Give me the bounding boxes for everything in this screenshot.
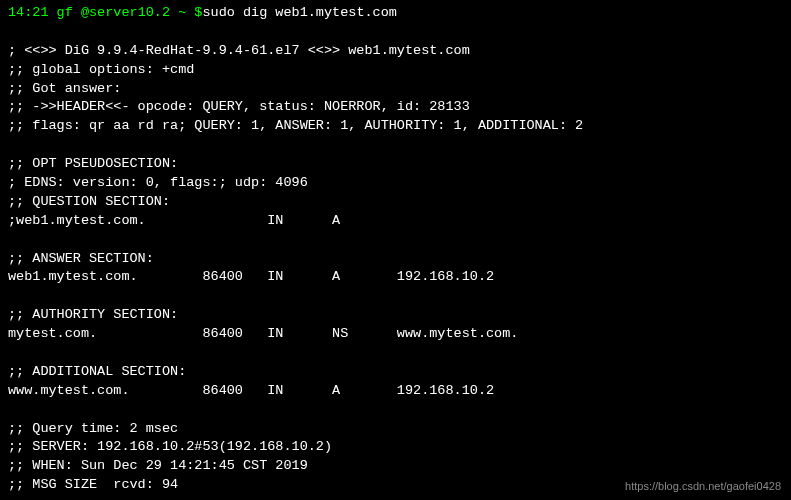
- output-line: www.mytest.com. 86400 IN A 192.168.10.2: [8, 382, 783, 401]
- output-line: ;; AUTHORITY SECTION:: [8, 306, 783, 325]
- blank-line: [8, 344, 783, 363]
- output-line: ;; OPT PSEUDOSECTION:: [8, 155, 783, 174]
- blank-line: [8, 231, 783, 250]
- output-line: ;; QUESTION SECTION:: [8, 193, 783, 212]
- prompt-time: 14:21: [8, 5, 49, 20]
- output-line: ;; Got answer:: [8, 80, 783, 99]
- output-line: ;; flags: qr aa rd ra; QUERY: 1, ANSWER:…: [8, 117, 783, 136]
- command-text: sudo dig web1.mytest.com: [202, 5, 396, 20]
- output-line: ; <<>> DiG 9.9.4-RedHat-9.9.4-61.el7 <<>…: [8, 42, 783, 61]
- blank-line: [8, 495, 783, 500]
- blank-line: [8, 287, 783, 306]
- output-line: ; EDNS: version: 0, flags:; udp: 4096: [8, 174, 783, 193]
- output-line: ;; ANSWER SECTION:: [8, 250, 783, 269]
- output-line: ;; SERVER: 192.168.10.2#53(192.168.10.2): [8, 438, 783, 457]
- blank-line: [8, 23, 783, 42]
- prompt-line-1: 14:21 gf @server10.2 ~ $sudo dig web1.my…: [8, 4, 783, 23]
- blank-line: [8, 136, 783, 155]
- output-line: ;; global options: +cmd: [8, 61, 783, 80]
- output-line: ;; ADDITIONAL SECTION:: [8, 363, 783, 382]
- output-line: ;; Query time: 2 msec: [8, 420, 783, 439]
- output-line: ;web1.mytest.com. IN A: [8, 212, 783, 231]
- output-line: ;; ->>HEADER<<- opcode: QUERY, status: N…: [8, 98, 783, 117]
- blank-line: [8, 401, 783, 420]
- output-line: ;; WHEN: Sun Dec 29 14:21:45 CST 2019: [8, 457, 783, 476]
- output-line: web1.mytest.com. 86400 IN A 192.168.10.2: [8, 268, 783, 287]
- watermark-text: https://blog.csdn.net/gaofei0428: [625, 479, 781, 494]
- prompt-user-host: gf @server10.2 ~: [49, 5, 195, 20]
- output-line: mytest.com. 86400 IN NS www.mytest.com.: [8, 325, 783, 344]
